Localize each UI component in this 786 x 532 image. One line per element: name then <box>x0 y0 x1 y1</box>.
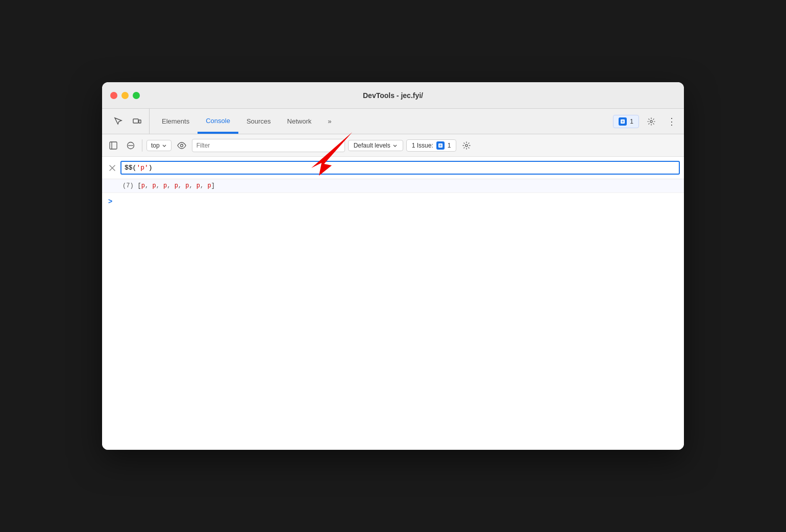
clear-console-button[interactable] <box>124 138 138 153</box>
toolbar-divider-1 <box>142 139 142 152</box>
console-issues-button[interactable]: 1 Issue: 1 <box>406 139 457 152</box>
svg-point-3 <box>650 120 652 122</box>
titlebar: DevTools - jec.fyi/ <box>102 82 684 109</box>
minimize-button[interactable] <box>121 92 129 99</box>
more-options-button[interactable]: ⋮ <box>664 113 680 130</box>
device-toolbar-button[interactable] <box>129 113 145 130</box>
console-clear-icon[interactable] <box>102 164 118 172</box>
tab-more[interactable]: » <box>320 109 339 134</box>
svg-rect-0 <box>133 119 138 123</box>
window-title: DevTools - jec.fyi/ <box>363 91 423 100</box>
tab-sources[interactable]: Sources <box>238 109 279 134</box>
console-output-count: (7) <box>122 182 134 189</box>
tabbar-right: 1 ⋮ <box>613 113 680 130</box>
tab-console[interactable]: Console <box>198 109 238 134</box>
issues-badge[interactable]: 1 <box>613 115 639 128</box>
svg-rect-4 <box>110 142 117 149</box>
inspect-element-button[interactable] <box>110 113 127 130</box>
log-levels-button[interactable]: Default levels <box>348 140 403 151</box>
svg-rect-1 <box>139 120 141 123</box>
eye-button[interactable] <box>175 138 189 153</box>
tab-elements[interactable]: Elements <box>154 109 198 134</box>
console-input-row: $$('p') <box>102 157 684 179</box>
tab-network[interactable]: Network <box>279 109 320 134</box>
issues-count-label: 1 <box>630 118 633 125</box>
sidebar-toggle-button[interactable] <box>106 138 120 153</box>
devtools-window: DevTools - jec.fyi/ E <box>102 82 684 450</box>
console-toolbar: top Default levels 1 Issue: <box>102 134 684 157</box>
close-button[interactable] <box>110 92 117 99</box>
svg-rect-2 <box>621 119 625 124</box>
svg-point-8 <box>180 144 183 147</box>
window-controls <box>110 92 140 99</box>
tabbar: Elements Console Sources Network » <box>102 109 684 134</box>
console-settings-button[interactable] <box>459 138 474 153</box>
settings-button[interactable] <box>643 113 659 130</box>
maximize-button[interactable] <box>133 92 140 99</box>
svg-point-10 <box>465 144 468 146</box>
log-levels-label: Default levels <box>354 142 390 149</box>
console-issues-count: 1 <box>448 142 451 149</box>
console-issues-icon <box>436 141 445 150</box>
issues-text: 1 Issue: <box>412 142 433 149</box>
console-expression: $$('p') <box>125 164 676 172</box>
console-input-wrapper[interactable]: $$('p') <box>120 161 680 175</box>
console-output-items[interactable]: [p, p, p, p, p, p, p] <box>138 182 215 189</box>
svg-rect-9 <box>438 143 443 148</box>
console-output-row: (7) [p, p, p, p, p, p, p] <box>102 179 684 193</box>
context-label: top <box>151 142 160 149</box>
filter-input[interactable] <box>192 139 345 152</box>
issues-badge-icon <box>619 117 627 126</box>
console-content: $$('p') (7) [p, p, p, p, p, p, p] > <box>102 157 684 450</box>
tabbar-icons <box>106 109 150 134</box>
console-prompt-row[interactable]: > <box>102 193 684 209</box>
vertical-dots-icon: ⋮ <box>667 116 676 127</box>
console-prompt-arrow[interactable]: > <box>108 197 112 205</box>
context-selector[interactable]: top <box>146 140 171 151</box>
